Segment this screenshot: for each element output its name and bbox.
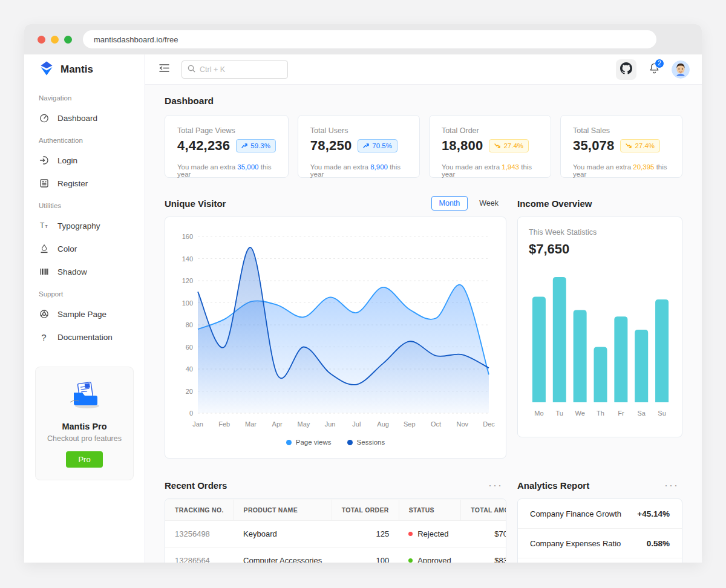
stat-label: Total Sales [573, 126, 670, 135]
sidebar-item-documentation[interactable]: ? Documentation [31, 325, 137, 348]
sidebar-item-dashboard[interactable]: Dashboard [31, 106, 137, 129]
more-icon[interactable]: ··· [485, 480, 506, 491]
list-item[interactable] [518, 558, 682, 563]
stat-value: 78,250 [310, 138, 352, 154]
status: Rejected [399, 521, 461, 547]
sidebar-item-color[interactable]: Color [31, 237, 137, 260]
minimize-window-icon[interactable] [51, 36, 59, 44]
stat-card-total-order: Total Order 18,800 27.4% You made an ext… [429, 115, 551, 178]
trend-chip: 59.3% [236, 139, 276, 152]
url-bar[interactable]: mantisdashboard.io/free [83, 30, 656, 48]
svg-text:May: May [298, 420, 310, 428]
list-item[interactable]: Company Finance Growth +45.14% [518, 499, 682, 529]
svg-text:Dec: Dec [483, 420, 495, 428]
sidebar: Mantis Navigation Dashboard Authenticati… [24, 54, 145, 563]
sidebar-item-register[interactable]: Register [31, 172, 137, 195]
legend-page-views[interactable]: Page views [286, 439, 332, 446]
nav-section-support: Support [31, 283, 137, 302]
tracking-no[interactable]: 13256498 [165, 521, 234, 547]
sidebar-toggle-button[interactable] [155, 60, 173, 79]
url-text: mantisdashboard.io/free [94, 35, 178, 44]
col-tracking-no[interactable]: TRACKING NO. [165, 500, 234, 521]
sidebar-item-label: Shadow [57, 267, 87, 276]
logo[interactable]: Mantis [24, 54, 145, 85]
month-toggle-button[interactable]: Month [431, 196, 468, 211]
unique-visitor-section: Unique Visitor Month Week [165, 195, 506, 459]
typography-icon: T T [39, 221, 49, 231]
traffic-lights [38, 36, 72, 44]
analytics-label: Company Finance Growth [530, 509, 621, 518]
svg-text:Sa: Sa [637, 410, 646, 417]
svg-text:Th: Th [597, 410, 604, 417]
sidebar-item-label: Dashboard [57, 114, 97, 123]
sidebar-item-label: Sample Page [57, 310, 106, 319]
more-icon[interactable]: ··· [661, 480, 682, 491]
svg-text:T: T [40, 221, 45, 230]
table-row[interactable]: 13286564 Computer Accessories 100 Approv… [165, 547, 506, 563]
income-subtitle: This Week Statistics [529, 228, 671, 237]
browser-chrome: mantisdashboard.io/free [24, 24, 702, 54]
unique-visitor-title: Unique Visitor [165, 198, 226, 209]
svg-text:Tu: Tu [556, 410, 563, 417]
total-amount: $83,348 [461, 547, 506, 563]
menu-fold-icon [159, 64, 169, 75]
svg-text:100: 100 [182, 299, 193, 307]
tracking-no[interactable]: 13286564 [165, 547, 234, 563]
trend-up-icon [241, 143, 247, 149]
col-product-name[interactable]: PRODUCT NAME [234, 500, 332, 521]
sidebar-item-shadow[interactable]: Shadow [31, 260, 137, 283]
status-dot-rejected [408, 532, 413, 536]
sample-page-icon [39, 309, 49, 319]
svg-text:Aug: Aug [377, 420, 389, 428]
legend-sessions[interactable]: Sessions [347, 439, 385, 446]
trend-down-icon [626, 143, 632, 149]
notification-badge: 2 [655, 59, 664, 68]
list-item[interactable]: Company Expenses Ratio 0.58% [518, 529, 682, 558]
svg-text:T: T [45, 224, 48, 229]
close-window-icon[interactable] [38, 36, 45, 44]
chart-legend: Page views Sessions [176, 439, 495, 446]
svg-text:Mo: Mo [534, 410, 543, 417]
login-icon [39, 155, 49, 166]
analytics-value: 0.58% [647, 539, 670, 548]
trend-down-icon [494, 143, 500, 149]
maximize-window-icon[interactable] [64, 36, 72, 44]
trend-chip: 27.4% [489, 139, 529, 152]
col-total-order[interactable]: TOTAL ORDER [332, 500, 399, 521]
dashboard-icon [39, 113, 49, 123]
stat-value: 18,800 [442, 138, 483, 154]
search-box[interactable] [182, 60, 288, 79]
sidebar-item-sample-page[interactable]: Sample Page [31, 302, 137, 325]
browser-window: mantisdashboard.io/free Mantis Navigatio… [24, 24, 702, 563]
notifications-button[interactable]: 2 [645, 60, 663, 79]
income-overview-title: Income Overview [517, 198, 592, 209]
documentation-icon: ? [39, 332, 49, 342]
income-bar-chart: MoTuWeThFrSaSu [529, 266, 672, 422]
svg-text:20: 20 [186, 388, 193, 395]
table-row[interactable]: 13256498 Keyboard 125 Rejected [165, 521, 506, 547]
income-overview-section: Income Overview This Week Statistics $7,… [517, 195, 682, 437]
sidebar-item-typography[interactable]: T T Typography [31, 214, 137, 237]
week-toggle-button[interactable]: Week [471, 196, 506, 211]
github-button[interactable] [616, 59, 636, 80]
svg-text:0: 0 [189, 410, 193, 417]
search-input[interactable] [200, 65, 282, 74]
col-total-amount[interactable]: TOTAL AMOUNT [461, 500, 506, 521]
svg-text:Jun: Jun [325, 420, 336, 428]
pro-folder-illustration [43, 378, 126, 416]
stat-label: Total Order [442, 126, 538, 135]
total-amount: $70,999 [461, 521, 506, 547]
stat-card-total-sales: Total Sales 35,078 27.4% You made an ext… [560, 115, 682, 178]
col-status[interactable]: STATUS [399, 500, 461, 521]
sidebar-item-label: Typography [57, 221, 100, 230]
pro-button[interactable]: Pro [66, 451, 102, 468]
stat-extra-value: 1,943 [502, 163, 519, 171]
svg-text:140: 140 [182, 255, 193, 263]
sidebar-item-login[interactable]: Login [31, 149, 137, 172]
user-avatar[interactable] [672, 60, 690, 79]
pro-card-title: Mantis Pro [43, 422, 126, 431]
svg-text:Apr: Apr [272, 420, 283, 428]
github-icon [620, 62, 632, 77]
logo-text: Mantis [60, 64, 93, 76]
unique-visitor-chart-card: 020406080100120140160JanFebMarAprMayJunJ… [165, 217, 506, 459]
